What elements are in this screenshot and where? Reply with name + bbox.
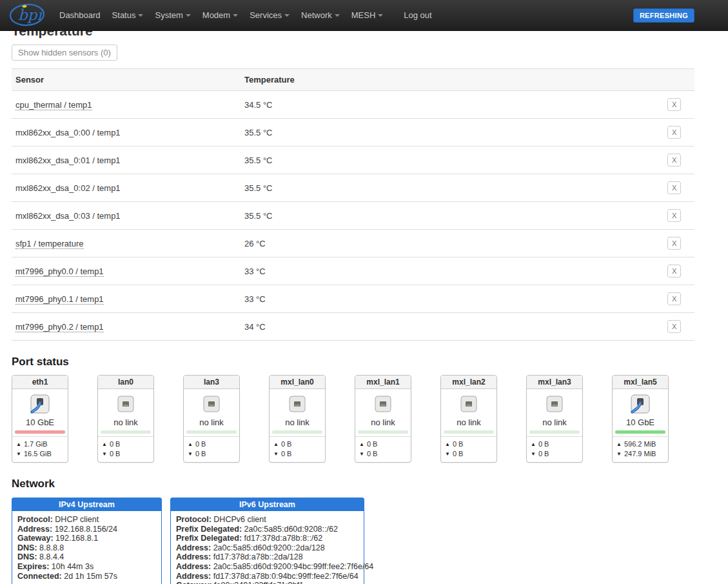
column-header-sensor: Sensor — [12, 69, 241, 91]
table-row: sfp1 / temperature 26 °C X — [12, 230, 694, 257]
port-traffic-bar — [444, 430, 494, 434]
hide-sensor-button[interactable]: X — [667, 265, 681, 277]
port-link-speed: no link — [527, 418, 582, 427]
port-status-row: eth1 10 GbE ▲1.7 GiB ▼16.5 GiB lan0 no l… — [12, 375, 694, 463]
hide-sensor-button[interactable]: X — [667, 237, 681, 250]
sensor-link[interactable]: sfp1 / temperature — [15, 239, 84, 249]
rx-bytes: 0 B — [195, 450, 206, 458]
port-card-lan3: lan3 no link ▲0 B ▼0 B — [183, 375, 240, 463]
field-address: Address: 192.168.8.156/24 — [17, 525, 156, 534]
temperature-value: 34.5 °C — [241, 91, 664, 119]
tx-bytes: 0 B — [538, 440, 549, 448]
port-name: lan0 — [98, 376, 153, 389]
hide-sensor-button[interactable]: X — [667, 209, 681, 222]
port-traffic-bar — [358, 430, 408, 434]
chevron-down-icon — [186, 14, 191, 17]
rx-bytes: 16.5 GiB — [24, 450, 52, 458]
rx-bytes: 0 B — [367, 450, 378, 458]
network-heading: Network — [12, 478, 694, 490]
bpi-logo[interactable]: bpi — [8, 1, 46, 31]
tx-bytes: 0 B — [453, 440, 464, 448]
ethernet-nolink-icon — [184, 392, 239, 416]
nav-item-mesh[interactable]: MESH — [346, 0, 389, 31]
upload-arrow-icon: ▲ — [445, 441, 450, 447]
port-name: eth1 — [12, 376, 68, 389]
nav-item-network[interactable]: Network — [295, 0, 346, 31]
nav-menu: Dashboard Status System Modem Services N… — [54, 0, 438, 30]
sensor-label: mxl862xx_dsa_0:02 / temp1 — [15, 183, 121, 193]
download-arrow-icon: ▼ — [102, 451, 107, 457]
sensor-link[interactable]: mt7996_phy0.1 / temp1 — [15, 294, 104, 305]
hide-sensor-button[interactable]: X — [667, 181, 681, 194]
port-name: mxl_lan2 — [441, 376, 497, 389]
download-arrow-icon: ▼ — [445, 451, 450, 457]
nav-item-dashboard[interactable]: Dashboard — [54, 0, 106, 31]
ipv4-upstream-box: IPv4 Upstream Protocol: DHCP client Addr… — [12, 498, 162, 584]
port-status-heading: Port status — [12, 356, 694, 368]
sensor-link[interactable]: mt7996_phy0.2 / temp1 — [15, 322, 104, 332]
nav-item-logout[interactable]: Log out — [398, 0, 437, 31]
port-traffic-bar — [272, 430, 322, 434]
svg-text:bpi: bpi — [18, 6, 43, 23]
upload-arrow-icon: ▲ — [102, 441, 107, 447]
show-hidden-sensors-button[interactable]: Show hidden sensors (0) — [12, 45, 117, 61]
tx-bytes: 0 B — [195, 440, 206, 448]
hide-sensor-button[interactable]: X — [667, 320, 681, 333]
hide-sensor-button[interactable]: X — [667, 154, 681, 166]
sensor-link[interactable]: cpu_thermal / temp1 — [15, 100, 92, 110]
ethernet-connected-icon — [12, 392, 68, 416]
chevron-down-icon — [284, 14, 290, 17]
field-prefix-delegated: Prefix Delegated: fd17:378d:a78b:8::/62 — [176, 534, 359, 543]
column-header-temperature: Temperature — [241, 69, 664, 91]
field-address: Address: fd17:378d:a78b::2da/128 — [176, 552, 359, 562]
field-address: Address: fd17:378d:a78b:0:94bc:99ff:fee2… — [176, 572, 359, 581]
port-link-speed: no link — [441, 418, 497, 427]
ethernet-nolink-icon — [270, 392, 325, 416]
tx-bytes: 596.2 MiB — [624, 440, 656, 448]
hide-sensor-button[interactable]: X — [667, 98, 681, 111]
nav-item-system[interactable]: System — [149, 0, 196, 31]
nav-item-services[interactable]: Services — [244, 0, 295, 31]
nav-item-status[interactable]: Status — [106, 0, 150, 31]
port-name: mxl_lan1 — [355, 376, 411, 389]
port-name: mxl_lan0 — [270, 376, 325, 389]
download-arrow-icon: ▼ — [359, 451, 364, 457]
port-card-mxl-lan2: mxl_lan2 no link ▲0 B ▼0 B — [440, 375, 497, 463]
port-traffic-bar — [101, 430, 151, 434]
port-name: mxl_lan5 — [613, 376, 668, 389]
ipv6-upstream-box: IPv6 Upstream Protocol: DHCPv6 client Pr… — [170, 498, 364, 584]
top-navbar: bpi Dashboard Status System Modem Servic… — [0, 0, 728, 31]
temperature-value: 35.5 °C — [241, 202, 664, 230]
port-card-mxl-lan3: mxl_lan3 no link ▲0 B ▼0 B — [526, 375, 583, 463]
temperature-value: 35.5 °C — [241, 146, 664, 174]
upload-arrow-icon: ▲ — [188, 441, 193, 447]
download-arrow-icon: ▼ — [16, 451, 21, 457]
upload-arrow-icon: ▲ — [531, 441, 536, 447]
port-traffic-bar — [186, 430, 237, 434]
field-gateway: Gateway: 192.168.8.1 — [17, 534, 156, 543]
nav-item-modem[interactable]: Modem — [197, 0, 244, 31]
sensor-link[interactable]: mt7996_phy0.0 / temp1 — [15, 267, 104, 277]
rx-bytes: 0 B — [281, 450, 292, 458]
field-protocol: Protocol: DHCPv6 client — [176, 515, 359, 525]
rx-bytes: 0 B — [453, 450, 464, 458]
ipv4-upstream-title: IPv4 Upstream — [12, 498, 161, 511]
download-arrow-icon: ▼ — [616, 451, 622, 457]
table-row: mxl862xx_dsa_0:00 / temp1 35.5 °C X — [12, 119, 694, 146]
download-arrow-icon: ▼ — [188, 451, 193, 457]
ethernet-connected-icon — [613, 392, 668, 416]
table-row: mxl862xx_dsa_0:02 / temp1 35.5 °C X — [12, 174, 694, 202]
field-address: Address: 2a0c:5a85:d60d:9200:94bc:99ff:f… — [176, 562, 359, 572]
table-row: mt7996_phy0.2 / temp1 34 °C X — [12, 313, 694, 341]
field-gateway: Gateway: fe80::3491:33ff:fe71:9bf1 — [176, 581, 359, 584]
hide-sensor-button[interactable]: X — [667, 292, 681, 305]
port-card-mxl-lan1: mxl_lan1 no link ▲0 B ▼0 B — [355, 375, 411, 463]
tx-bytes: 0 B — [281, 440, 292, 448]
temperature-value: 33 °C — [241, 257, 664, 285]
port-link-speed: 10 GbE — [613, 418, 668, 427]
port-traffic-bar — [15, 430, 65, 434]
port-link-speed: 10 GbE — [12, 418, 68, 427]
refreshing-button[interactable]: REFRESHING — [633, 8, 694, 23]
hide-sensor-button[interactable]: X — [667, 126, 681, 139]
chevron-down-icon — [335, 14, 340, 17]
